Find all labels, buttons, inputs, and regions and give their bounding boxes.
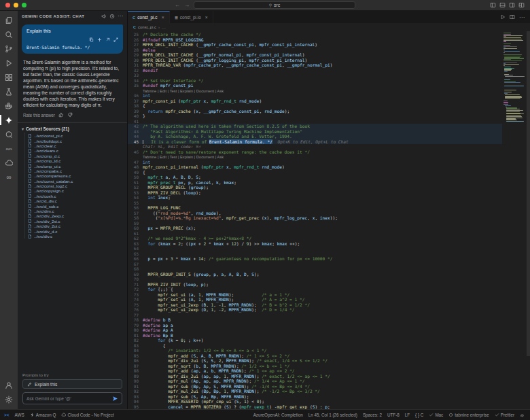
code-line[interactable]: 69 MPFR_GROUP_INIT_5 (group, p, a, A, B,… — [128, 272, 502, 277]
line-number[interactable]: 55 — [128, 200, 143, 206]
status-item-azureopenai-completion[interactable]: AzureOpenAI: Completion — [253, 413, 303, 417]
line-number[interactable]: 62 — [128, 236, 143, 241]
thumb-down-icon[interactable] — [67, 112, 73, 118]
external-icon[interactable] — [105, 37, 110, 42]
line-number[interactable]: 27 — [128, 42, 143, 48]
line-number[interactable]: 61 — [128, 231, 143, 237]
code-line[interactable]: 39 return mpfr_cache (x, __gmpfr_cache_c… — [128, 109, 502, 114]
activity-item-docker[interactable] — [0, 99, 18, 113]
activity-item-account[interactable] — [0, 378, 18, 392]
context-source-item[interactable]: ../src/cmp_d.c — [18, 154, 127, 158]
line-number[interactable]: 43 — [128, 129, 143, 135]
layout-left-icon[interactable] — [490, 2, 496, 8]
chat-input[interactable] — [26, 396, 112, 401]
code-line[interactable]: 46/* Don't need to save/restore exponent… — [128, 150, 502, 155]
code-line[interactable]: 94 MPFR_ASSERTD (mpfr_cmp_ui (S, 1) < 0)… — [128, 399, 502, 404]
code-line[interactable]: 66 p = px + 3 * kmax + 14; /* guarantees… — [128, 256, 502, 262]
code-line[interactable]: 51 mpfr_prec_t px, p, cancel, k, kmax; — [128, 180, 502, 186]
activity-item-amazon-q[interactable] — [0, 127, 18, 141]
line-number[interactable]: 69 — [128, 272, 143, 277]
line-number[interactable]: 85 — [128, 353, 143, 359]
line-number[interactable]: 39 — [128, 109, 143, 114]
line-number[interactable]: 44 — [128, 134, 143, 139]
status-item-c[interactable]: { } C — [415, 413, 423, 417]
status-item-spaces-2[interactable]: Spaces: 2 — [363, 413, 382, 417]
code-line[interactable]: 68 — [128, 266, 502, 272]
tab-close-icon[interactable]: × — [205, 15, 208, 20]
line-number[interactable]: 50 — [128, 175, 143, 180]
line-number[interactable] — [128, 88, 143, 94]
context-source-item[interactable]: ../src/const_catalan.c — [18, 179, 127, 183]
line-number[interactable]: 63 — [128, 241, 143, 247]
line-number[interactable]: 94 — [128, 399, 143, 404]
code-line[interactable]: 59 — [128, 221, 502, 226]
editor-tab-const_pi.lo[interactable]: ≣const_pi.lo× — [170, 11, 213, 23]
code-line[interactable]: 47int — [128, 160, 502, 165]
line-number[interactable]: 95 — [128, 404, 143, 410]
line-number[interactable]: 60 — [128, 226, 143, 231]
context-source-item[interactable]: ../src/buildopt.c — [18, 138, 127, 143]
line-number[interactable]: 89 — [128, 374, 143, 379]
line-number[interactable]: 37 — [128, 99, 143, 104]
code-line[interactable]: 35#undef mpfr_const_pi — [128, 83, 502, 88]
code-line[interactable]: 36int — [128, 93, 502, 99]
clock-icon[interactable] — [109, 14, 115, 19]
context-source-item[interactable]: ../src/div.c — [18, 234, 127, 239]
code-line[interactable]: 80#define Ap A — [128, 328, 502, 333]
context-sources-header[interactable]: ▾ Context Sources (21) — [18, 125, 127, 133]
line-number[interactable]: 71 — [128, 282, 143, 287]
context-source-item[interactable]: ../src/div_2exp.c — [18, 213, 127, 218]
codelens-row[interactable]: Tabnine | Edit | Test | Explain | Docume… — [128, 154, 502, 160]
line-number[interactable]: 67 — [128, 262, 143, 267]
code-line[interactable]: 83 { — [128, 343, 502, 349]
code-line[interactable]: 67 — [128, 262, 502, 267]
status-item-amazon-q[interactable]: Amazon Q — [30, 413, 56, 417]
line-number[interactable]: 46 — [128, 150, 143, 155]
send-icon[interactable] — [112, 396, 118, 402]
line-number[interactable]: 86 — [128, 358, 143, 364]
line-number[interactable]: 49 — [128, 170, 143, 175]
line-number[interactable]: 88 — [128, 368, 143, 374]
line-number[interactable]: 93 — [128, 394, 143, 400]
context-source-item[interactable]: ../src/cmp_ld.c — [18, 158, 127, 163]
code-line[interactable]: 34/* Set User Interface */ — [128, 78, 502, 84]
codelens-row[interactable]: Tabnine | Edit | Test | Explain | Docume… — [128, 88, 502, 94]
status-item-cloud-code-no-project[interactable]: Cloud Code - No Project — [61, 413, 113, 417]
line-number[interactable]: 34 — [128, 78, 143, 84]
chat-scroll-area[interactable]: Explain this Brent-Salamin formula. */ T… — [18, 22, 127, 409]
code-line[interactable]: 33 — [128, 73, 502, 78]
status-item-mac[interactable]: Mac — [429, 413, 443, 417]
activity-item-git[interactable] — [0, 41, 18, 56]
line-number[interactable]: 35 — [128, 83, 143, 88]
status-item-ln-45-col-1-26-selected[interactable]: Ln 45, Col 1 (26 selected) — [308, 413, 357, 417]
line-number[interactable]: 81 — [128, 333, 143, 338]
context-source-item[interactable]: ../src/clear.c — [18, 143, 127, 148]
layout-bottom-icon[interactable] — [499, 2, 506, 8]
context-source-item[interactable]: ../src/comparisons.c — [18, 173, 127, 178]
context-source-item[interactable]: ../src/const_pi.c — [18, 133, 127, 138]
line-number[interactable]: 84 — [128, 348, 143, 353]
plus-icon[interactable] — [97, 37, 102, 42]
line-number[interactable]: 83 — [128, 343, 143, 349]
activity-item-extensions[interactable] — [0, 70, 18, 84]
context-source-item[interactable]: ../src/const_log2.c — [18, 183, 127, 188]
code-line[interactable]: 85 mpfr_add (S, A, B, MPFR_RNDN); /* 1 <… — [128, 353, 502, 359]
code-line[interactable]: 52 MPFR_GROUP_DECL (group); — [128, 185, 502, 190]
layout-custom-icon[interactable] — [518, 2, 525, 8]
code-line[interactable]: 84 /* invariant: 1/2 <= B <= A <= a < 1 … — [128, 348, 502, 353]
code-line[interactable]: 45 It is a clever form of Brent-Salamin … — [128, 139, 502, 145]
code-line[interactable]: 25/* Declare the cache */ — [128, 32, 502, 37]
code-line[interactable]: 49{ — [128, 170, 502, 175]
line-number[interactable]: 45 — [128, 139, 143, 145]
code-content[interactable]: 25/* Declare the cache */26#ifndef MPFR_… — [128, 31, 502, 409]
code-line[interactable]: 90 mpfr_mul (Ap, ap, ap, MPFR_RNDN); /* … — [128, 379, 502, 384]
line-number[interactable]: 53 — [128, 190, 143, 196]
code-line[interactable]: 72 for (;;) { — [128, 287, 502, 292]
activity-item-aws[interactable]: aws — [0, 141, 18, 156]
line-number[interactable]: 56 — [128, 205, 143, 211]
line-number[interactable]: 76 — [128, 307, 143, 313]
line-number[interactable]: 47 — [128, 160, 143, 165]
line-number[interactable]: 74 — [128, 297, 143, 302]
line-number[interactable]: 31 — [128, 63, 143, 68]
code-line[interactable]: 89 mpfr_div_2ui (ap, ap, 1, MPFR_RNDN); … — [128, 374, 502, 379]
